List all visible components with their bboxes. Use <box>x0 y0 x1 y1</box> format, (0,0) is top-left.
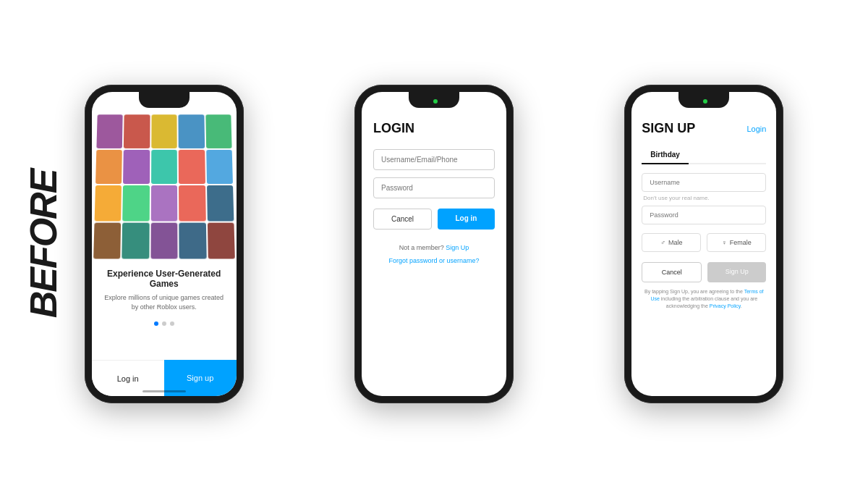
signup-cancel-button[interactable]: Cancel <box>642 262 702 282</box>
game-thumb-10 <box>205 149 232 184</box>
forgot-link[interactable]: Forgot password or username? <box>373 257 495 264</box>
terms-text-3: . <box>741 303 742 308</box>
phone-1-notch <box>139 92 190 108</box>
terms-text-1: By tapping Sign Up, you are agreeing to … <box>644 289 744 294</box>
game-thumb-13 <box>150 185 177 221</box>
game-thumb-7 <box>123 149 150 184</box>
username-field[interactable] <box>642 173 766 192</box>
game-thumb-1 <box>96 114 123 148</box>
game-thumb-16 <box>93 222 121 259</box>
phone-2-frame: LOGIN Cancel Log in Not a member? Sign U… <box>354 85 514 403</box>
female-label: Female <box>730 239 752 246</box>
login-title: LOGIN <box>373 121 495 136</box>
game-thumb-11 <box>94 185 122 221</box>
signup-submit-button[interactable]: Sign Up <box>707 262 766 282</box>
game-thumb-5 <box>205 114 232 148</box>
female-button[interactable]: ♀ Female <box>707 233 766 252</box>
game-thumb-18 <box>150 222 177 259</box>
phone-3-content: SIGN UP Login Birthday Don't use your re… <box>631 92 776 396</box>
female-icon: ♀ <box>722 239 727 246</box>
page-container: BEFORE <box>0 0 868 488</box>
game-thumb-17 <box>122 222 149 259</box>
game-thumb-12 <box>122 185 149 221</box>
phone-1-screen: Experience User-Generated Games Explore … <box>92 92 237 396</box>
game-thumb-20 <box>207 222 234 259</box>
signup-link[interactable]: Sign Up <box>446 244 469 251</box>
cancel-button[interactable]: Cancel <box>373 209 432 230</box>
game-thumb-2 <box>124 114 150 148</box>
signup-title: SIGN UP <box>642 121 695 136</box>
male-label: Male <box>668 239 683 246</box>
male-icon: ♂ <box>660 239 665 246</box>
username-email-phone-input[interactable] <box>373 149 495 170</box>
dot-3 <box>170 321 174 326</box>
login-button[interactable]: Log in <box>438 209 495 230</box>
login-links: Not a member? Sign Up Forgot password or… <box>373 240 495 264</box>
signup-password-field[interactable] <box>642 206 766 224</box>
login-link[interactable]: Login <box>746 125 766 133</box>
game-thumb-8 <box>150 149 176 184</box>
carousel-dots <box>154 321 174 326</box>
game-thumb-14 <box>179 185 205 221</box>
terms-text-2: including the arbitration clause and you… <box>660 296 757 308</box>
signup-terms: By tapping Sign Up, you are agreeing to … <box>642 288 766 309</box>
login-action-buttons: Cancel Log in <box>373 209 495 230</box>
password-input[interactable] <box>373 177 495 198</box>
phone-2-screen: LOGIN Cancel Log in Not a member? Sign U… <box>362 92 506 396</box>
dot-2 <box>162 321 166 326</box>
signup-tabs: Birthday <box>642 146 766 164</box>
phone-2-notch <box>409 92 459 108</box>
dot-1 <box>154 321 158 326</box>
privacy-policy-link[interactable]: Privacy Policy <box>710 303 741 308</box>
gender-selection: ♂ Male ♀ Female <box>642 233 766 252</box>
welcome-title: Experience User-Generated Games <box>92 269 237 289</box>
birthday-tab[interactable]: Birthday <box>642 146 689 164</box>
phone-3-notch <box>678 92 729 108</box>
welcome-description: Explore millions of unique games created… <box>92 293 237 311</box>
phone-3-screen: SIGN UP Login Birthday Don't use your re… <box>631 92 776 396</box>
game-thumb-15 <box>206 185 234 221</box>
green-status-dot-3 <box>703 99 707 104</box>
phone-3-frame: SIGN UP Login Birthday Don't use your re… <box>624 85 783 403</box>
game-thumb-4 <box>178 114 204 148</box>
green-status-dot-2 <box>433 99 438 104</box>
phone-1-frame: Experience User-Generated Games Explore … <box>85 85 244 403</box>
home-indicator-1 <box>142 390 186 392</box>
before-label: BEFORE <box>22 170 65 319</box>
signup-action-buttons: Cancel Sign Up <box>642 262 766 282</box>
game-thumb-9 <box>179 149 205 184</box>
phone-1-content: Experience User-Generated Games Explore … <box>92 92 237 396</box>
game-thumb-19 <box>179 222 206 259</box>
not-member-text: Not a member? Sign Up <box>399 244 469 251</box>
game-thumb-6 <box>95 149 122 184</box>
signup-header: SIGN UP Login <box>642 121 766 136</box>
game-thumb-3 <box>151 114 177 148</box>
phone-2-content: LOGIN Cancel Log in Not a member? Sign U… <box>362 92 506 396</box>
male-button[interactable]: ♂ Male <box>642 233 701 252</box>
username-hint: Don't use your real name. <box>642 195 766 201</box>
game-thumbnails-grid <box>93 114 235 258</box>
